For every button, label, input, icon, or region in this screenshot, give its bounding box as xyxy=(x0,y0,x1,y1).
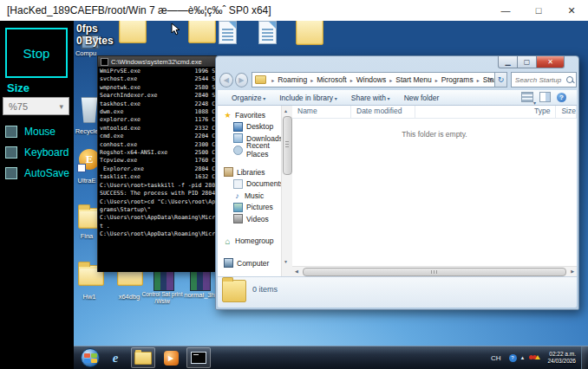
nav-item[interactable]: Music xyxy=(218,190,281,202)
nav-item[interactable]: Favorites xyxy=(218,109,281,121)
address-dropdown-icon[interactable]: ▾ xyxy=(489,76,493,83)
show-desktop-button[interactable] xyxy=(581,346,588,369)
vertical-scrollbar-thumb[interactable] xyxy=(283,116,292,175)
nav-item-icon xyxy=(233,191,241,199)
recycle-bin-label[interactable]: Recycle xyxy=(74,127,100,135)
back-button[interactable]: ◀ xyxy=(219,73,233,87)
library-folder-icon[interactable] xyxy=(296,21,323,45)
computer-label[interactable]: Compu xyxy=(74,49,98,57)
nav-item-label: Pictures xyxy=(246,203,273,211)
search-icon[interactable] xyxy=(566,76,573,83)
checkbox-icon[interactable] xyxy=(5,167,17,179)
clock-time: 02:22 a.m. xyxy=(547,351,576,358)
cmd-output-line: WmiPrvSE.exe 1996 S xyxy=(100,68,216,75)
taskbar-explorer-button[interactable] xyxy=(131,347,155,368)
explorer-minimize-button[interactable]: ▁ xyxy=(498,56,518,68)
show-hidden-icons-icon[interactable]: ▲ xyxy=(520,355,526,360)
breadcrumb-item[interactable]: Microsoft xyxy=(307,75,347,84)
option-checkboxes: Mouse Keyboard AutoSave xyxy=(5,125,69,187)
maximize-button[interactable]: □ xyxy=(522,0,555,21)
breadcrumb-item[interactable]: Start Menu xyxy=(386,75,432,84)
checkbox-icon[interactable] xyxy=(5,146,17,159)
ultraedit-label[interactable]: UltraE xyxy=(74,177,100,184)
taskbar-cmd-button[interactable] xyxy=(186,347,211,368)
system-tray: CH ? ▲ 02:22 a.m. 24/03/2026 xyxy=(491,346,588,369)
checkbox-icon[interactable] xyxy=(5,126,17,138)
recycle-bin-icon[interactable] xyxy=(80,97,99,123)
horizontal-scrollbar[interactable]: ◀ ▶ xyxy=(292,266,577,276)
stop-button[interactable]: Stop xyxy=(5,28,68,78)
nav-item[interactable]: Videos xyxy=(218,213,281,225)
nav-item-icon xyxy=(224,111,232,119)
column-header[interactable]: Date modified xyxy=(351,106,415,118)
minimize-button[interactable]: — xyxy=(489,0,522,21)
refresh-icon[interactable]: ↻ xyxy=(495,72,507,87)
horizontal-scrollbar-thumb[interactable] xyxy=(303,268,566,276)
taskbar-ie-button[interactable]: e xyxy=(104,348,127,367)
column-header[interactable]: Size xyxy=(556,106,577,118)
nav-item[interactable]: Recent Places xyxy=(218,145,281,157)
checkbox-row[interactable]: AutoSave xyxy=(5,166,69,180)
breadcrumb-item[interactable]: Windows xyxy=(347,75,387,84)
nav-item[interactable]: Computer xyxy=(218,257,281,269)
change-view-icon[interactable] xyxy=(521,92,533,102)
hw1-folder-label[interactable]: Hw1 xyxy=(74,293,105,301)
vertical-scrollbar[interactable]: ▲ ▼ xyxy=(281,106,292,276)
desktop-folder-icon[interactable] xyxy=(188,21,216,43)
cmd-output-line: SearchIndexer.exe 2840 S xyxy=(100,92,216,100)
preview-pane-icon[interactable] xyxy=(539,92,551,102)
size-select[interactable]: %75 xyxy=(3,97,69,115)
language-indicator[interactable]: CH xyxy=(491,354,501,362)
checkbox-row[interactable]: Mouse xyxy=(5,125,69,139)
folder-icon xyxy=(255,75,266,84)
cmd-window[interactable]: C:\Windows\system32\cmd.exe WmiPrvSE.exe… xyxy=(97,55,217,272)
scroll-up-icon[interactable]: ▲ xyxy=(284,108,288,113)
help-tray-icon[interactable]: ? xyxy=(509,354,517,362)
forward-button[interactable]: ▶ xyxy=(235,73,249,87)
explorer-window[interactable]: ▁ ▢ ✕ ◀ ▶ RoamingMicrosoftWindowsStart M… xyxy=(215,55,579,310)
archive2-label[interactable]: normal_3h xyxy=(180,291,219,299)
close-button[interactable]: ✕ xyxy=(555,0,588,21)
nav-item-label: Videos xyxy=(246,215,269,223)
start-button[interactable] xyxy=(81,348,100,367)
nav-item[interactable]: Desktop xyxy=(218,121,281,133)
tray-clock[interactable]: 02:22 a.m. 24/03/2026 xyxy=(547,351,576,365)
explorer-window-controls: ▁ ▢ ✕ xyxy=(498,56,565,68)
binary-file-icon[interactable] xyxy=(219,21,237,44)
nav-item[interactable]: Homegroup xyxy=(218,236,281,248)
breadcrumb-item[interactable]: Roaming xyxy=(268,75,307,84)
remote-desktop-view[interactable]: 0fps 0 Bytes Compu Recycle E UltraE Fina… xyxy=(74,21,588,369)
scroll-down-icon[interactable]: ▼ xyxy=(284,259,288,264)
nav-item[interactable]: Libraries xyxy=(218,166,281,178)
fina-folder-label[interactable]: Fina xyxy=(74,232,100,240)
search-input[interactable] xyxy=(512,75,572,85)
cmd-output[interactable]: WmiPrvSE.exe 1996 Ssvchost.exe 2544 Swmp… xyxy=(98,67,216,272)
cmd-output-line: conhost.exe 2300 C xyxy=(100,141,216,149)
details-pane: 0 items xyxy=(218,276,577,308)
explorer-close-button[interactable]: ✕ xyxy=(537,56,565,68)
toolbar-button[interactable]: Include in library xyxy=(279,94,337,102)
file-list-pane[interactable]: NameDate modifiedTypeSize This folder is… xyxy=(292,106,577,276)
column-header[interactable]: Type xyxy=(415,106,556,118)
toolbar-button[interactable]: Share with xyxy=(351,94,390,102)
toolbar-button[interactable]: Organize xyxy=(232,94,265,102)
toolbar-button[interactable]: New folder xyxy=(404,94,440,102)
cmd-titlebar[interactable]: C:\Windows\system32\cmd.exe xyxy=(98,56,216,67)
column-header[interactable]: Name xyxy=(292,106,351,118)
checkbox-row[interactable]: Keyboard xyxy=(5,146,69,159)
search-box[interactable] xyxy=(511,72,577,87)
scroll-left-icon[interactable]: ◀ xyxy=(295,269,298,274)
nav-item-label: Computer xyxy=(237,259,269,268)
archive1-label[interactable]: Control Sat print /Wsiw xyxy=(140,291,185,305)
nav-item[interactable]: Documents xyxy=(218,178,281,191)
navigation-pane: Favorites Desktop Downloads xyxy=(218,106,281,276)
taskbar-media-player-button[interactable]: ▶ xyxy=(160,348,182,367)
nav-item[interactable]: Pictures xyxy=(218,202,281,214)
help-icon[interactable]: ? xyxy=(557,93,566,102)
desktop-folder-icon[interactable] xyxy=(119,21,147,43)
breadcrumb[interactable]: RoamingMicrosoftWindowsStart MenuProgram… xyxy=(252,72,495,87)
binary-file-icon[interactable] xyxy=(258,21,277,44)
scroll-right-icon[interactable]: ▶ xyxy=(571,269,574,274)
explorer-maximize-button[interactable]: ▢ xyxy=(518,56,537,68)
breadcrumb-item[interactable]: Programs xyxy=(432,75,474,84)
